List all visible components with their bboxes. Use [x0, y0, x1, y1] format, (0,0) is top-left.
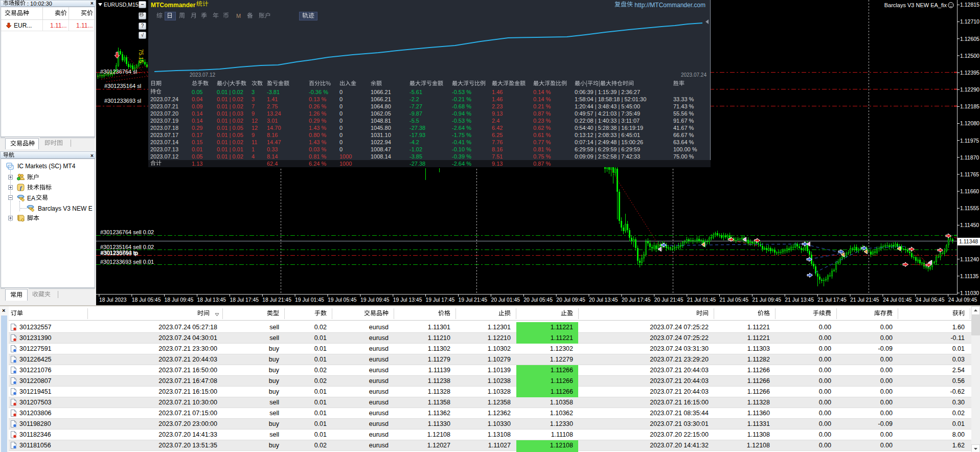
svg-text:1.11135: 1.11135	[960, 273, 979, 279]
svg-text:1.12395: 1.12395	[960, 70, 979, 76]
svg-text:18 Jul 21:45: 18 Jul 21:45	[262, 297, 291, 303]
svg-text:19 Jul 21:45: 19 Jul 21:45	[459, 297, 488, 303]
svg-text:20 Jul 17:45: 20 Jul 17:45	[622, 297, 651, 303]
svg-text:21 Jul 05:45: 21 Jul 05:45	[720, 297, 749, 303]
svg-text:#301235164 sl: #301235164 sl	[104, 83, 141, 89]
svg-text:1.12605: 1.12605	[960, 36, 979, 42]
svg-text:1.11975: 1.11975	[960, 138, 979, 144]
svg-text:EURUSD,M15: EURUSD,M15	[104, 2, 139, 8]
svg-text:19 Jul 13:45: 19 Jul 13:45	[393, 297, 422, 303]
svg-text:24 Jul 09:45: 24 Jul 09:45	[948, 297, 977, 303]
svg-text:1.12290: 1.12290	[960, 86, 979, 93]
svg-text:Barclays V3 NEW EA_fix: Barclays V3 NEW EA_fix	[884, 2, 947, 8]
svg-text:21 Jul 21:45: 21 Jul 21:45	[850, 297, 879, 303]
svg-text:18 Jul 2023: 18 Jul 2023	[99, 297, 127, 303]
svg-text:1.11240: 1.11240	[960, 256, 979, 262]
svg-text:18 Jul 13:45: 18 Jul 13:45	[197, 297, 226, 303]
svg-text:1.12710: 1.12710	[960, 18, 979, 25]
svg-text:19 Jul 17:45: 19 Jul 17:45	[426, 297, 455, 303]
svg-text:#301236764 sl: #301236764 sl	[100, 69, 137, 75]
svg-text:1.11870: 1.11870	[960, 154, 979, 161]
svg-text:1.11765: 1.11765	[960, 171, 979, 177]
svg-text:21 Jul 17:45: 21 Jul 17:45	[817, 297, 847, 303]
svg-text:75.15: 75.15	[138, 49, 144, 63]
svg-text:1.12815: 1.12815	[960, 2, 979, 8]
svg-text:21 Jul 01:45: 21 Jul 01:45	[687, 297, 716, 303]
svg-text:24 Jul 05:45: 24 Jul 05:45	[916, 297, 945, 303]
svg-text:19 Jul 01:45: 19 Jul 01:45	[295, 297, 324, 303]
svg-text:1.11660: 1.11660	[960, 188, 979, 194]
svg-text:24 Jul 01:45: 24 Jul 01:45	[883, 297, 912, 303]
svg-text:#301236764 sell 0.02: #301236764 sell 0.02	[100, 229, 154, 235]
svg-text:1.11450: 1.11450	[960, 222, 979, 228]
svg-text:1.11348: 1.11348	[959, 238, 978, 244]
svg-text:18 Jul 09:45: 18 Jul 09:45	[165, 297, 194, 303]
svg-text:20 Jul 01:45: 20 Jul 01:45	[491, 297, 520, 303]
svg-text:#301233693 sell 0.01: #301233693 sell 0.01	[100, 259, 154, 265]
svg-text:20 Jul 09:45: 20 Jul 09:45	[556, 297, 585, 303]
svg-text:#301233693 tp: #301233693 tp	[101, 250, 138, 256]
svg-text:1.11555: 1.11555	[960, 205, 979, 211]
svg-text:20 Jul 05:45: 20 Jul 05:45	[523, 297, 553, 303]
svg-text:18 Jul 05:45: 18 Jul 05:45	[132, 297, 161, 303]
svg-text:20 Jul 13:45: 20 Jul 13:45	[589, 297, 618, 303]
svg-text:19 Jul 09:45: 19 Jul 09:45	[360, 297, 390, 303]
svg-text:1.12080: 1.12080	[960, 120, 979, 126]
svg-text:1.12185: 1.12185	[960, 103, 979, 109]
svg-text:18 Jul 17:45: 18 Jul 17:45	[230, 297, 259, 303]
svg-text:20 Jul 21:45: 20 Jul 21:45	[654, 297, 683, 303]
svg-text:#301233693 sl: #301233693 sl	[104, 98, 141, 104]
svg-text:1.11030: 1.11030	[960, 290, 979, 296]
svg-text:21 Jul 13:45: 21 Jul 13:45	[785, 297, 814, 303]
svg-text:21 Jul 09:45: 21 Jul 09:45	[752, 297, 781, 303]
svg-text:19 Jul 05:45: 19 Jul 05:45	[328, 297, 357, 303]
svg-text:1.12500: 1.12500	[960, 53, 979, 59]
